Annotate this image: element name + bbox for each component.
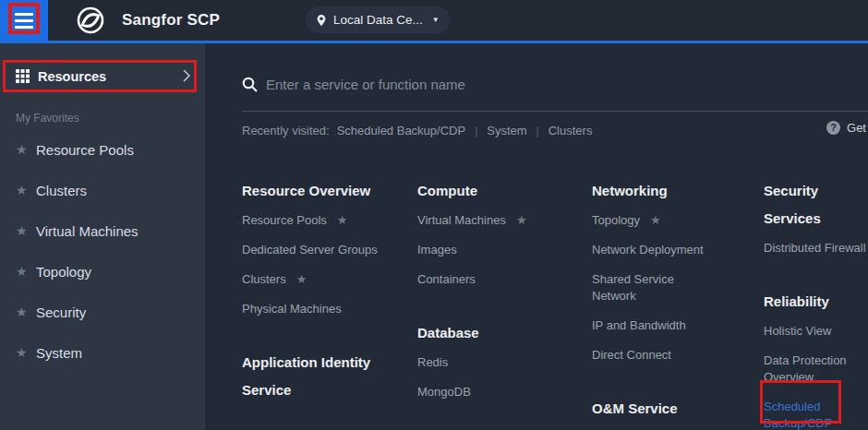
favorite-star-icon: ★ xyxy=(16,183,30,197)
menu-column: Resource OverviewResource Pools★Dedicate… xyxy=(242,177,380,412)
recently-visited-bar: Recently visited: Scheduled Backup/CDP|S… xyxy=(242,121,868,139)
brand: Sangfor SCP xyxy=(76,0,220,41)
location-pin-icon xyxy=(315,13,328,28)
menu-item-label: Dedicated Server Groups xyxy=(242,243,378,257)
section-title: Reliability xyxy=(764,288,868,316)
search-underline xyxy=(242,111,868,112)
section-title: Security Services xyxy=(764,177,868,233)
menu-item-clusters[interactable]: Clusters★ xyxy=(242,271,380,288)
menu-column: ComputeVirtual Machines★ImagesContainers… xyxy=(417,177,556,413)
menu-item-network-deployment[interactable]: Network Deployment xyxy=(592,242,714,258)
favorite-star-icon: ★ xyxy=(16,345,30,360)
menu-column: Security ServicesDistributed FirewallRel… xyxy=(764,177,868,430)
sidebar-item-system[interactable]: ★System xyxy=(0,332,205,373)
menu-item-label: Clusters xyxy=(242,272,286,286)
menu-item-physical-machines[interactable]: Physical Machines xyxy=(242,301,380,317)
menu-item-distributed-firewall[interactable]: Distributed Firewall xyxy=(764,240,868,257)
menu-item-direct-connect[interactable]: Direct Connect xyxy=(592,347,714,364)
recent-item-scheduled-backup-cdp[interactable]: Scheduled Backup/CDP xyxy=(337,124,465,137)
menu-item-virtual-machines[interactable]: Virtual Machines★ xyxy=(417,212,556,229)
service-menu-panel: Recently visited: Scheduled Backup/CDP|S… xyxy=(205,43,868,430)
question-mark-icon: ? xyxy=(826,121,840,135)
sidebar-item-label: Clusters xyxy=(36,183,87,198)
help-link[interactable]: ? Get xyxy=(826,121,866,135)
favorite-star-icon: ★ xyxy=(16,305,30,319)
menu-item-label: Direct Connect xyxy=(592,348,671,362)
menu-section-o-m-service: O&M Service xyxy=(592,395,714,423)
menu-item-containers[interactable]: Containers xyxy=(417,271,556,288)
menu-item-label: Topology xyxy=(592,213,640,227)
menu-item-holistic-view[interactable]: Holistic View xyxy=(764,323,868,340)
sidebar-item-clusters[interactable]: ★Clusters xyxy=(0,170,205,210)
favorites-list: ★Resource Pools★Clusters★Virtual Machine… xyxy=(0,129,205,373)
section-title: Compute xyxy=(417,177,556,205)
sidebar-item-label: Resources xyxy=(38,69,106,84)
menu-item-resource-pools[interactable]: Resource Pools★ xyxy=(242,212,380,229)
favorite-star-icon: ★ xyxy=(296,272,307,286)
sidebar-item-resource-pools[interactable]: ★Resource Pools xyxy=(0,129,205,170)
menu-item-label: Images xyxy=(417,243,457,257)
menu-item-mongodb[interactable]: MongoDB xyxy=(417,384,556,400)
menu-section-database: DatabaseRedisMongoDB xyxy=(417,319,556,400)
menu-item-images[interactable]: Images xyxy=(417,242,556,258)
sidebar-item-resources[interactable]: Resources xyxy=(0,60,205,92)
sidebar-item-label: Resource Pools xyxy=(36,142,134,158)
recent-item-clusters[interactable]: Clusters xyxy=(549,124,593,137)
menu-item-label: MongoDB xyxy=(417,385,471,399)
sidebar-item-virtual-machines[interactable]: ★Virtual Machines xyxy=(0,210,205,251)
section-title: Networking xyxy=(592,177,714,205)
search-bar xyxy=(242,77,654,92)
search-input[interactable] xyxy=(266,77,654,92)
menu-item-redis[interactable]: Redis xyxy=(417,354,556,371)
sidebar-item-label: System xyxy=(36,345,82,361)
menu-item-label: Resource Pools xyxy=(242,213,327,227)
menu-item-data-protection-overview[interactable]: Data Protection Overview xyxy=(764,352,868,386)
recently-visited-label: Recently visited: xyxy=(242,124,330,137)
chevron-right-icon xyxy=(183,69,190,82)
menu-toggle-button[interactable] xyxy=(0,0,48,41)
menu-item-label: IP and Bandwidth xyxy=(592,318,686,332)
menu-item-shared-service-network[interactable]: Shared Service Network xyxy=(592,271,714,305)
section-title: Resource Overview xyxy=(242,177,380,205)
menu-item-ip-and-bandwidth[interactable]: IP and Bandwidth xyxy=(592,317,714,334)
section-title: Application Identity Service xyxy=(242,349,371,404)
recently-visited-items: Scheduled Backup/CDP|System|Clusters xyxy=(337,124,593,137)
app-title: Sangfor SCP xyxy=(122,11,220,30)
favorites-heading: My Favorites xyxy=(16,112,79,125)
menu-section-security-services: Security ServicesDistributed Firewall xyxy=(764,177,868,257)
menu-section-networking: NetworkingTopology★Network DeploymentSha… xyxy=(592,177,714,364)
sidebar-item-security[interactable]: ★Security xyxy=(0,292,205,332)
topbar: Sangfor SCP Local Data Ce... ▼ xyxy=(0,0,868,43)
region-selector-label: Local Data Ce... xyxy=(333,13,423,27)
recent-item-system[interactable]: System xyxy=(487,124,526,137)
menu-item-dedicated-server-groups[interactable]: Dedicated Server Groups xyxy=(242,242,380,258)
menu-item-label: Containers xyxy=(417,272,476,286)
sidebar-item-label: Topology xyxy=(36,264,91,280)
caret-down-icon: ▼ xyxy=(432,16,440,24)
section-title: Database xyxy=(417,319,556,347)
menu-section-reliability: ReliabilityHolistic ViewData Protection … xyxy=(764,288,868,430)
menu-section-application-identity-service: Application Identity Service xyxy=(242,349,380,404)
sidebar-item-label: Security xyxy=(36,305,86,320)
separator: | xyxy=(475,125,477,137)
menu-item-topology[interactable]: Topology★ xyxy=(592,212,714,229)
menu-item-label: Network Deployment xyxy=(592,243,704,257)
sidebar-item-label: Virtual Machines xyxy=(36,223,139,239)
sangfor-scp-window: Sangfor SCP Local Data Ce... ▼ Resources xyxy=(0,0,868,430)
menu-item-label: Shared Service Network xyxy=(592,272,674,303)
hamburger-icon xyxy=(15,13,33,29)
separator: | xyxy=(536,125,539,137)
favorite-star-icon: ★ xyxy=(650,213,661,227)
sidebar-item-topology[interactable]: ★Topology xyxy=(0,251,205,292)
favorite-star-icon: ★ xyxy=(16,142,30,157)
menu-section-compute: ComputeVirtual Machines★ImagesContainers xyxy=(417,177,556,288)
menu-item-label: Redis xyxy=(417,355,448,369)
favorite-star-icon: ★ xyxy=(337,213,348,227)
menu-item-label: Holistic View xyxy=(764,324,831,338)
menu-column: NetworkingTopology★Network DeploymentSha… xyxy=(592,177,714,430)
menu-item-scheduled-backup-cdp[interactable]: Scheduled Backup/CDP xyxy=(764,399,868,430)
region-selector[interactable]: Local Data Ce... ▼ xyxy=(306,6,451,33)
menu-item-label: Scheduled Backup/CDP xyxy=(764,400,832,430)
menu-item-label: Distributed Firewall xyxy=(764,241,866,255)
favorite-star-icon: ★ xyxy=(516,213,527,227)
